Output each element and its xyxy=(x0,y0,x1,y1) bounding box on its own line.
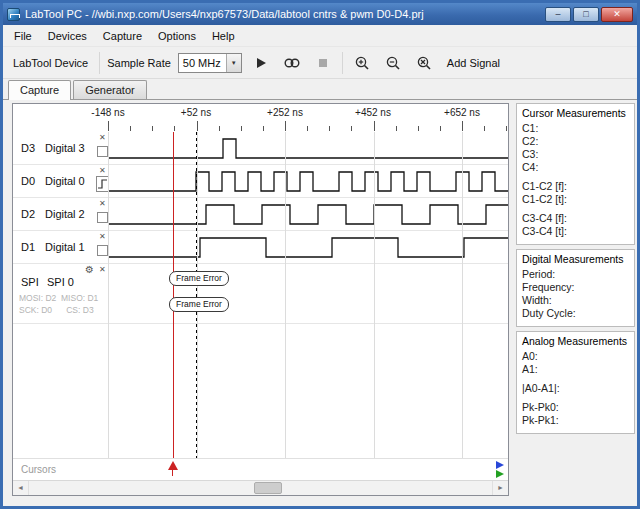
menu-capture[interactable]: Capture xyxy=(95,27,150,45)
cursor-arrow-green-icon[interactable] xyxy=(496,470,505,479)
measurements-panel: Cursor Measurements C1:C2:C3:C4:C1-C2 [f… xyxy=(516,103,635,438)
labtool-device-button[interactable]: LabTool Device xyxy=(9,53,92,73)
trigger-checkbox[interactable] xyxy=(97,245,108,256)
toolbar: LabTool Device Sample Rate 50 MHz ▼ xyxy=(3,46,637,79)
measurement-label: A0: xyxy=(522,350,629,363)
cursor-measurements-list: C1:C2:C3:C4:C1-C2 [f]:C1-C2 [t]:C3-C4 [f… xyxy=(522,122,629,238)
signal-name: Digital 3 xyxy=(45,142,85,154)
run-capture-button[interactable] xyxy=(249,51,273,75)
signal-row-d1: D1 Digital 1 ✕ xyxy=(13,231,508,264)
zoom-out-button[interactable] xyxy=(381,51,405,75)
close-button[interactable]: ✕ xyxy=(601,7,633,22)
scrollbar-thumb[interactable] xyxy=(254,482,282,494)
minimize-button[interactable]: – xyxy=(545,7,571,22)
trigger-edge-icon xyxy=(97,177,108,191)
signal-id: SPI xyxy=(21,276,39,288)
signal-row-d2: D2 Digital 2 ✕ xyxy=(13,198,508,231)
menu-file[interactable]: File xyxy=(6,27,40,45)
tab-bar: Capture Generator xyxy=(3,79,637,100)
horizontal-scrollbar[interactable]: ◄ ► xyxy=(13,480,508,495)
continuous-capture-icon xyxy=(283,57,301,69)
title-bar[interactable]: LabTool PC - //wbi.nxp.com/Users4/nxp675… xyxy=(3,3,637,25)
frame-error-badge: Frame Error xyxy=(169,297,229,312)
measurement-label: Pk-Pk0: xyxy=(522,401,629,414)
menu-help[interactable]: Help xyxy=(204,27,243,45)
scroll-left-icon[interactable]: ◄ xyxy=(13,481,29,495)
analog-measurements-title: Analog Measurements xyxy=(522,335,629,347)
measurement-label: C2: xyxy=(522,135,629,148)
cursor-measurements-title: Cursor Measurements xyxy=(522,107,629,119)
digital-measurements-list: Period:Frequency:Width:Duty Cycle: xyxy=(522,268,629,320)
waveform-d1 xyxy=(108,231,508,264)
trigger-checkbox[interactable] xyxy=(97,212,108,223)
scroll-right-icon[interactable]: ► xyxy=(492,481,508,495)
remove-signal-icon[interactable]: ✕ xyxy=(99,232,106,241)
measurement-label: A1: xyxy=(522,363,629,376)
capture-page: -148 ns +52 ns +252 ns +452 ns +652 ns D… xyxy=(3,100,637,506)
cursor-arrow-blue-icon[interactable] xyxy=(496,461,505,470)
measurement-label: C4: xyxy=(522,161,629,174)
analog-measurements-list: A0:A1:|A0-A1|:Pk-Pk0:Pk-Pk1: xyxy=(522,350,629,427)
zoom-all-button[interactable] xyxy=(412,51,436,75)
cursor-measurements-box: Cursor Measurements C1:C2:C3:C4:C1-C2 [f… xyxy=(516,103,635,245)
empty-plot-space xyxy=(13,324,508,458)
toolbar-separator xyxy=(99,52,100,74)
signal-row-d3: D3 Digital 3 ✕ xyxy=(13,132,508,165)
remove-signal-icon[interactable]: ✕ xyxy=(99,166,106,175)
measurement-label: Period: xyxy=(522,268,629,281)
waveform-plot: -148 ns +52 ns +252 ns +452 ns +652 ns D… xyxy=(12,103,509,496)
signal-row-spi: SPI SPI 0 ⚙ ✕ MOSI: D2 MISO: D1 SCK: D0 … xyxy=(13,264,508,324)
tab-generator[interactable]: Generator xyxy=(73,80,147,99)
window-title: LabTool PC - //wbi.nxp.com/Users4/nxp675… xyxy=(25,8,540,20)
measurement-label: C3-C4 [t]: xyxy=(522,225,629,238)
labtool-window: LabTool PC - //wbi.nxp.com/Users4/nxp675… xyxy=(0,0,640,509)
sample-rate-value: 50 MHz xyxy=(179,54,226,72)
digital-measurements-box: Digital Measurements Period:Frequency:Wi… xyxy=(516,249,635,327)
signal-name: Digital 0 xyxy=(45,175,85,187)
measurement-label: C1-C2 [t]: xyxy=(522,193,629,206)
sample-rate-select[interactable]: 50 MHz ▼ xyxy=(178,53,242,73)
toolbar-separator xyxy=(342,52,343,74)
measurement-label: Frequency: xyxy=(522,281,629,294)
add-signal-button[interactable]: Add Signal xyxy=(443,53,504,73)
maximize-button[interactable]: □ xyxy=(573,7,599,22)
stop-icon xyxy=(317,57,329,69)
menu-devices[interactable]: Devices xyxy=(40,27,95,45)
remove-signal-icon[interactable]: ✕ xyxy=(99,133,106,142)
signal-rows-area: D3 Digital 3 ✕ D0 Digital 0 ✕ xyxy=(13,132,508,458)
measurement-label: Duty Cycle: xyxy=(522,307,629,320)
signal-id: D2 xyxy=(21,208,35,220)
signal-id: D1 xyxy=(21,241,35,253)
chevron-down-icon: ▼ xyxy=(226,54,241,72)
measurement-label: Width: xyxy=(522,294,629,307)
trigger-checkbox[interactable] xyxy=(97,146,108,157)
signal-name: SPI 0 xyxy=(47,276,74,288)
tab-capture[interactable]: Capture xyxy=(8,80,71,100)
cursors-label: Cursors xyxy=(21,464,56,475)
signal-name: Digital 1 xyxy=(45,241,85,253)
measurement-label: Pk-Pk1: xyxy=(522,414,629,427)
stop-capture-button[interactable] xyxy=(311,51,335,75)
measurement-label: |A0-A1|: xyxy=(522,382,629,395)
zoom-in-button[interactable] xyxy=(350,51,374,75)
trigger-marker[interactable] xyxy=(168,461,178,470)
gear-icon[interactable]: ⚙ xyxy=(85,264,94,275)
spi-mapping-sck-cs: SCK: D0 CS: D3 xyxy=(19,305,94,315)
menu-options[interactable]: Options xyxy=(150,27,204,45)
time-axis: -148 ns +52 ns +252 ns +452 ns +652 ns xyxy=(13,104,508,132)
zoom-in-icon xyxy=(354,55,370,71)
signal-id: D3 xyxy=(21,142,35,154)
zoom-all-icon xyxy=(416,55,432,71)
digital-measurements-title: Digital Measurements xyxy=(522,253,629,265)
remove-signal-icon[interactable]: ✕ xyxy=(99,199,106,208)
measurement-label: C1-C2 [f]: xyxy=(522,180,629,193)
measurement-label: C1: xyxy=(522,122,629,135)
waveform-d3 xyxy=(108,132,508,165)
measurement-label: C3: xyxy=(522,148,629,161)
cursors-track: Cursors xyxy=(13,458,508,480)
remove-signal-icon[interactable]: ✕ xyxy=(99,265,106,274)
continuous-capture-button[interactable] xyxy=(280,51,304,75)
waveform-d2 xyxy=(108,198,508,231)
signal-row-d0: D0 Digital 0 ✕ xyxy=(13,165,508,198)
spi-mapping-mosi-miso: MOSI: D2 MISO: D1 xyxy=(19,293,98,303)
